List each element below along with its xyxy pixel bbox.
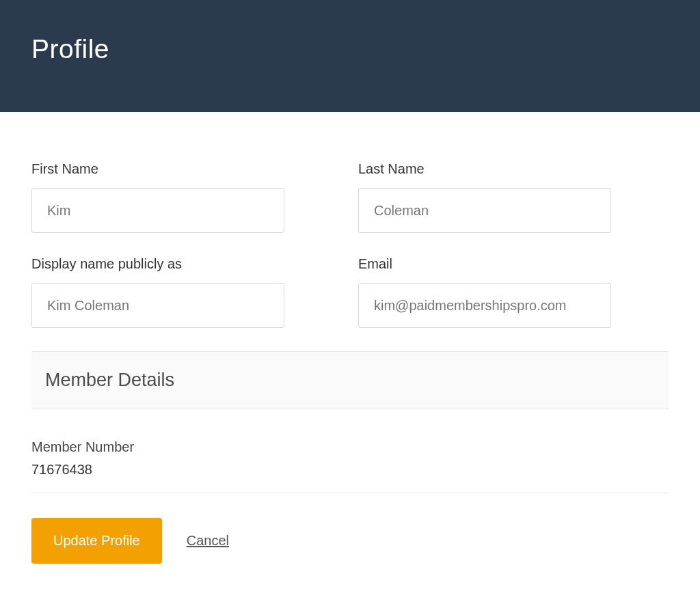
first-name-input[interactable] [31,188,284,233]
email-group: Email [358,256,611,328]
first-name-group: First Name [31,161,284,233]
last-name-label: Last Name [358,161,611,177]
form-row: Display name publicly as Email [31,256,669,328]
page-header: Profile [0,0,700,112]
form-actions: Update Profile Cancel [31,518,669,564]
member-details-header: Member Details [31,351,669,409]
page-title: Profile [31,34,669,64]
member-number-label: Member Number [31,439,669,455]
display-name-input[interactable] [31,283,284,328]
divider [31,493,669,493]
member-details-title: Member Details [45,370,655,391]
email-input[interactable] [358,283,611,328]
display-name-label: Display name publicly as [31,256,284,272]
first-name-label: First Name [31,161,284,177]
member-number-block: Member Number 71676438 [31,439,669,478]
profile-form: First Name Last Name Display name public… [0,112,700,591]
cancel-link[interactable]: Cancel [187,533,229,549]
last-name-group: Last Name [358,161,611,233]
last-name-input[interactable] [358,188,611,233]
form-row: First Name Last Name [31,161,669,233]
email-label: Email [358,256,611,272]
display-name-group: Display name publicly as [31,256,284,328]
member-number-value: 71676438 [31,462,669,478]
update-profile-button[interactable]: Update Profile [31,518,162,564]
